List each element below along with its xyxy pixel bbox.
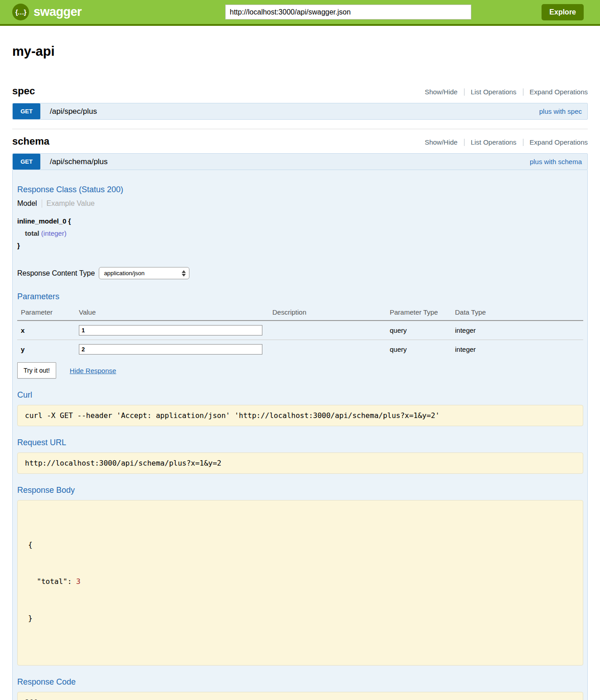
swagger-logo-text: swagger: [34, 5, 82, 19]
operation-content: Response Class (Status 200) Model Exampl…: [12, 170, 588, 700]
hide-response-link[interactable]: Hide Response: [70, 367, 116, 374]
param-data-type-y: integer: [455, 340, 583, 359]
resource-title-spec[interactable]: spec: [12, 85, 35, 97]
endpoint-summary-spec[interactable]: plus with spec: [539, 107, 582, 115]
curl-command: curl -X GET --header 'Accept: applicatio…: [17, 405, 583, 426]
response-content-type-select[interactable]: application/json: [99, 267, 189, 279]
response-code-heading: Response Code: [17, 677, 583, 687]
json-key: "total":: [37, 577, 76, 586]
json-open-brace: {: [28, 539, 576, 551]
select-arrows-icon: [182, 270, 186, 277]
param-type-x: query: [390, 321, 455, 340]
param-name-x: x: [17, 321, 79, 340]
table-row: x query integer: [17, 321, 583, 340]
tab-example-value[interactable]: Example Value: [47, 199, 95, 208]
get-method-badge[interactable]: GET: [13, 154, 40, 170]
param-description-y: [272, 340, 390, 359]
resource-schema: schema Show/Hide List Operations Expand …: [12, 136, 588, 700]
json-total-line: "total": 3: [28, 575, 576, 588]
response-body-json: { "total": 3 }: [17, 500, 583, 666]
expand-operations-link[interactable]: Expand Operations: [530, 88, 588, 96]
tab-model[interactable]: Model: [17, 199, 37, 208]
endpoint-summary-schema[interactable]: plus with schema: [530, 158, 582, 165]
main-content: my-api spec Show/Hide List Operations Ex…: [0, 44, 600, 700]
column-parameter-type: Parameter Type: [390, 306, 455, 321]
table-row: y query integer: [17, 340, 583, 359]
resource-schema-header: schema Show/Hide List Operations Expand …: [12, 136, 588, 147]
column-value: Value: [79, 306, 272, 321]
endpoint-path-spec[interactable]: /api/spec/plus: [50, 107, 97, 116]
curl-heading: Curl: [17, 390, 583, 400]
response-class-heading: Response Class (Status 200): [17, 185, 583, 194]
json-close-brace: }: [28, 612, 576, 624]
column-data-type: Data Type: [455, 306, 583, 321]
column-parameter: Parameter: [17, 306, 79, 321]
resource-title-schema[interactable]: schema: [12, 136, 49, 147]
param-data-type-x: integer: [455, 321, 583, 340]
show-hide-link[interactable]: Show/Hide: [425, 88, 458, 96]
model-signature-open: inline_model_0 {: [17, 215, 583, 227]
expand-operations-link[interactable]: Expand Operations: [530, 138, 588, 146]
try-it-out-button[interactable]: Try it out!: [17, 362, 56, 379]
request-url-heading: Request URL: [17, 438, 583, 447]
response-content-type-value: application/json: [104, 270, 145, 277]
list-operations-link[interactable]: List Operations: [471, 88, 517, 96]
model-property-type: (integer): [41, 229, 67, 237]
param-description-x: [272, 321, 390, 340]
explore-button[interactable]: Explore: [542, 4, 584, 20]
try-it-out-row: Try it out! Hide Response: [17, 362, 583, 379]
json-value: 3: [76, 577, 81, 586]
show-hide-link[interactable]: Show/Hide: [425, 138, 458, 146]
response-body-heading: Response Body: [17, 486, 583, 495]
endpoint-row-schema: GET /api/schema/plus plus with schema: [12, 153, 588, 170]
resource-spec-header: spec Show/Hide List Operations Expand Op…: [12, 85, 588, 97]
model-tabs: Model Example Value: [17, 199, 583, 208]
model-property-name: total: [25, 229, 39, 237]
response-content-type-row: Response Content Type application/json: [17, 267, 583, 279]
spec-url-input[interactable]: [225, 5, 471, 19]
resource-spec: spec Show/Hide List Operations Expand Op…: [12, 85, 588, 129]
parameters-table: Parameter Value Description Parameter Ty…: [17, 306, 583, 359]
model-signature: inline_model_0 { total (integer) }: [17, 215, 583, 252]
get-method-badge[interactable]: GET: [13, 103, 40, 119]
column-description: Description: [272, 306, 390, 321]
braces-icon: {…}: [15, 8, 26, 16]
top-bar: {…} swagger Explore: [0, 0, 600, 26]
resource-options-spec: Show/Hide List Operations Expand Operati…: [425, 88, 588, 96]
api-title: my-api: [12, 44, 588, 59]
response-code-value: 200: [17, 692, 583, 700]
parameters-heading: Parameters: [17, 292, 583, 301]
endpoint-path-schema[interactable]: /api/schema/plus: [50, 157, 108, 166]
param-value-input-y[interactable]: [79, 344, 262, 355]
list-operations-link[interactable]: List Operations: [471, 138, 517, 146]
swagger-logo[interactable]: {…} swagger: [12, 4, 225, 20]
response-content-type-label: Response Content Type: [17, 269, 95, 277]
model-property: total (integer): [17, 227, 583, 239]
param-value-input-x[interactable]: [79, 325, 262, 335]
param-name-y: y: [17, 340, 79, 359]
request-url-value: http://localhost:3000/api/schema/plus?x=…: [17, 452, 583, 474]
tab-divider: [42, 199, 42, 208]
model-signature-close: }: [17, 239, 583, 252]
swagger-logo-icon: {…}: [12, 4, 29, 20]
endpoint-row-spec: GET /api/spec/plus plus with spec: [12, 103, 588, 120]
param-type-y: query: [390, 340, 455, 359]
parameters-header-row: Parameter Value Description Parameter Ty…: [17, 306, 583, 321]
resource-options-schema: Show/Hide List Operations Expand Operati…: [425, 138, 588, 146]
